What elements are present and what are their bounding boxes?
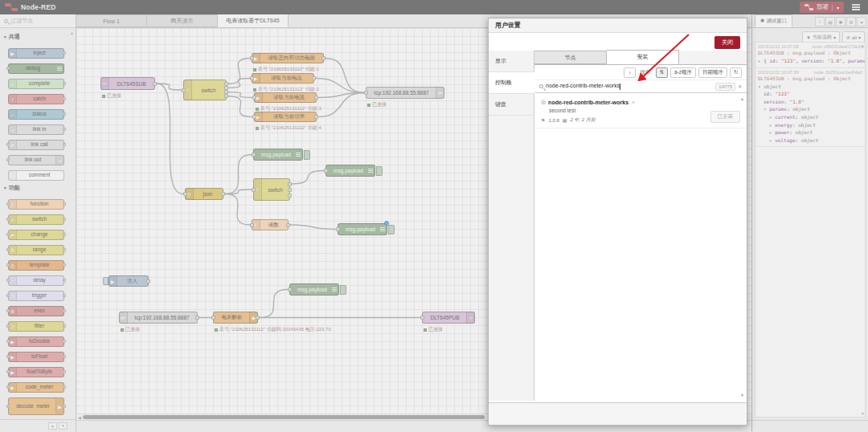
search-result-count: 1/4775 xyxy=(715,83,735,91)
refresh-icon[interactable]: ↻ xyxy=(730,67,742,78)
package-icon: ◎ xyxy=(541,99,546,105)
tab-install[interactable]: 安装 xyxy=(607,50,679,64)
install-toolbar: ↑ 排序: ⇅ a-z顺序 日期顺序 ↻ xyxy=(534,65,747,80)
tag-icon: ⚑ xyxy=(541,117,545,123)
settings-nav-palette[interactable]: 控制板 xyxy=(489,72,534,94)
module-name: node-red-contrib-meter-works xyxy=(548,100,628,105)
palette-manager-tabbar: 节点 安装 xyxy=(534,51,747,65)
module-age: 2 年, 2 月前 xyxy=(570,116,595,124)
settings-nav: 显示 控制板 键盘 xyxy=(489,51,534,401)
clear-search-icon[interactable]: ✕ xyxy=(738,84,742,89)
list-scroll-down-icon[interactable]: ▼ xyxy=(740,393,744,397)
module-version: 1.0.6 xyxy=(548,118,559,123)
dialog-title: 用户设置 xyxy=(489,18,747,33)
module-result-list: ◎ node-red-contrib-meter-works ↗ second … xyxy=(534,94,747,401)
module-search-input[interactable]: node-red-contrib-meter-works 1/4775 ✕ xyxy=(534,80,747,93)
search-icon xyxy=(539,84,543,88)
module-result-item: ◎ node-red-contrib-meter-works ↗ second … xyxy=(534,94,747,128)
sort-date-button[interactable]: 日期顺序 xyxy=(698,67,727,78)
module-search-value: node-red-contrib-meter-works xyxy=(546,83,713,89)
upload-module-button[interactable]: ↑ xyxy=(624,67,636,78)
sort-label: 排序: xyxy=(640,69,652,76)
calendar-icon: ▦ xyxy=(563,117,567,123)
list-scroll-up-icon[interactable]: ▲ xyxy=(740,96,744,101)
external-link-icon[interactable]: ↗ xyxy=(631,100,635,105)
sort-relevance-button[interactable]: ⇅ xyxy=(656,67,668,78)
dialog-footer xyxy=(489,402,747,425)
close-button[interactable]: 关闭 xyxy=(714,36,740,49)
installed-button: 已安装 xyxy=(710,111,741,123)
settings-nav-view[interactable]: 显示 xyxy=(489,51,534,72)
tab-nodes[interactable]: 节点 xyxy=(534,51,607,64)
settings-nav-keyboard[interactable]: 键盘 xyxy=(489,94,534,116)
sort-az-button[interactable]: a-z顺序 xyxy=(670,67,696,78)
user-settings-dialog: 用户设置 关闭 显示 控制板 键盘 节点 安装 ↑ 排序: ⇅ a-z顺序 日期… xyxy=(488,18,747,426)
